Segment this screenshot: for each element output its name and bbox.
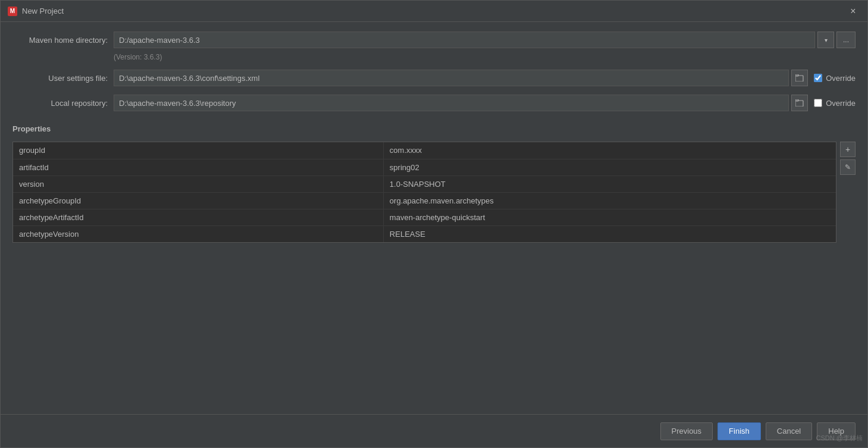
local-repo-override-checkbox[interactable] bbox=[814, 99, 822, 107]
maven-home-row: Maven home directory: ▾ ... bbox=[12, 32, 856, 48]
local-repo-override-group: Override bbox=[814, 99, 856, 108]
maven-home-input[interactable] bbox=[114, 32, 815, 48]
table-row[interactable]: archetypeArtifactId maven-archetype-quic… bbox=[13, 209, 836, 225]
previous-button[interactable]: Previous bbox=[660, 422, 713, 440]
finish-button[interactable]: Finish bbox=[717, 422, 761, 440]
user-settings-input-group bbox=[114, 70, 808, 86]
properties-table-container: groupId com.xxxx artifactId spring02 ver… bbox=[12, 142, 856, 243]
properties-table-wrapper: groupId com.xxxx artifactId spring02 ver… bbox=[12, 142, 836, 243]
table-action-buttons: + ✎ bbox=[840, 142, 856, 243]
watermark: CSDN @李林楠 bbox=[816, 434, 863, 443]
local-repo-browse-button[interactable] bbox=[791, 95, 808, 111]
dialog-content: Maven home directory: ▾ ... (Version: 3.… bbox=[1, 22, 867, 414]
user-settings-browse-button[interactable] bbox=[791, 70, 808, 86]
edit-property-button[interactable]: ✎ bbox=[840, 159, 856, 175]
app-icon: M bbox=[8, 7, 17, 16]
dialog-title: New Project bbox=[22, 7, 841, 15]
property-value: spring02 bbox=[383, 159, 836, 176]
title-bar: M New Project × bbox=[1, 1, 867, 22]
property-value: com.xxxx bbox=[383, 142, 836, 159]
property-value-version: 1.0-SNAPSHOT bbox=[383, 176, 836, 192]
maven-version-hint: (Version: 3.6.3) bbox=[114, 53, 856, 61]
property-key: archetypeVersion bbox=[13, 225, 383, 242]
properties-table: groupId com.xxxx artifactId spring02 ver… bbox=[13, 142, 836, 242]
property-key: archetypeArtifactId bbox=[13, 209, 383, 225]
cancel-button[interactable]: Cancel bbox=[766, 422, 812, 440]
properties-section-title: Properties bbox=[12, 124, 856, 133]
user-settings-row: User settings file: Override bbox=[12, 70, 856, 86]
table-row[interactable]: version 1.0-SNAPSHOT bbox=[13, 176, 836, 192]
user-settings-override-label: Override bbox=[826, 74, 856, 83]
property-key: artifactId bbox=[13, 159, 383, 176]
user-settings-label: User settings file: bbox=[12, 74, 108, 83]
property-value: maven-archetype-quickstart bbox=[383, 209, 836, 225]
user-settings-input[interactable] bbox=[114, 70, 789, 86]
property-key: groupId bbox=[13, 142, 383, 159]
property-key: version bbox=[13, 176, 383, 192]
property-value: org.apache.maven.archetypes bbox=[383, 192, 836, 209]
table-row[interactable]: groupId com.xxxx bbox=[13, 142, 836, 159]
local-repo-label: Local repository: bbox=[12, 99, 108, 108]
user-settings-override-checkbox[interactable] bbox=[814, 74, 822, 82]
property-value: RELEASE bbox=[383, 225, 836, 242]
local-repo-input[interactable] bbox=[114, 95, 789, 111]
add-property-button[interactable]: + bbox=[840, 142, 856, 157]
local-repo-override-label: Override bbox=[826, 99, 856, 108]
maven-home-input-group: ▾ ... bbox=[114, 32, 856, 48]
local-repo-input-group bbox=[114, 95, 808, 111]
property-key: archetypeGroupId bbox=[13, 192, 383, 209]
table-row[interactable]: archetypeGroupId org.apache.maven.archet… bbox=[13, 192, 836, 209]
maven-home-dropdown-button[interactable]: ▾ bbox=[817, 32, 834, 48]
local-repo-row: Local repository: Override bbox=[12, 95, 856, 111]
maven-home-label: Maven home directory: bbox=[12, 36, 108, 45]
maven-home-browse-button[interactable]: ... bbox=[836, 32, 856, 48]
table-row[interactable]: archetypeVersion RELEASE bbox=[13, 225, 836, 242]
dialog-footer: Previous Finish Cancel Help bbox=[1, 414, 867, 447]
user-settings-override-group: Override bbox=[814, 74, 856, 83]
new-project-dialog: M New Project × Maven home directory: ▾ … bbox=[0, 0, 868, 448]
table-row[interactable]: artifactId spring02 bbox=[13, 159, 836, 176]
close-button[interactable]: × bbox=[846, 4, 860, 18]
